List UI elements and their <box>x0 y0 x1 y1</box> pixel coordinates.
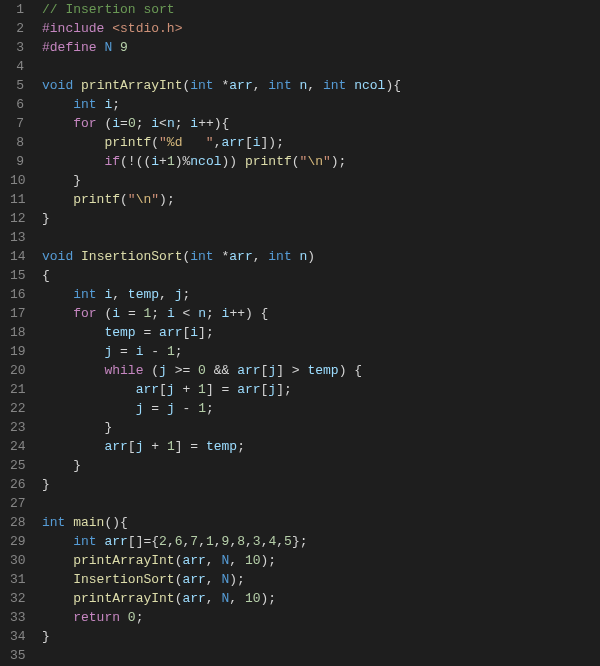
code-line[interactable]: int main(){ <box>42 513 600 532</box>
line-number: 2 <box>10 19 24 38</box>
line-number: 18 <box>10 323 24 342</box>
line-number: 32 <box>10 589 24 608</box>
line-number: 34 <box>10 627 24 646</box>
line-number: 28 <box>10 513 24 532</box>
code-line[interactable]: return 0; <box>42 608 600 627</box>
code-line[interactable]: } <box>42 475 600 494</box>
line-number: 26 <box>10 475 24 494</box>
line-number: 35 <box>10 646 24 665</box>
line-number: 10 <box>10 171 24 190</box>
code-line[interactable]: printArrayInt(arr, N, 10); <box>42 551 600 570</box>
code-line[interactable]: printf("\n"); <box>42 190 600 209</box>
line-number-gutter: 1234567891011121314151617181920212223242… <box>0 0 38 666</box>
line-number: 13 <box>10 228 24 247</box>
code-line[interactable]: } <box>42 418 600 437</box>
code-line[interactable]: #include <stdio.h> <box>42 19 600 38</box>
line-number: 8 <box>10 133 24 152</box>
code-line[interactable]: arr[j + 1] = temp; <box>42 437 600 456</box>
code-line[interactable]: InsertionSort(arr, N); <box>42 570 600 589</box>
code-editor-content[interactable]: // Insertion sort#include <stdio.h>#defi… <box>38 0 600 666</box>
line-number: 4 <box>10 57 24 76</box>
code-line[interactable]: } <box>42 209 600 228</box>
code-line[interactable]: void InsertionSort(int *arr, int n) <box>42 247 600 266</box>
line-number: 15 <box>10 266 24 285</box>
line-number: 11 <box>10 190 24 209</box>
code-line[interactable] <box>42 228 600 247</box>
code-line[interactable]: printArrayInt(arr, N, 10); <box>42 589 600 608</box>
code-line[interactable]: arr[j + 1] = arr[j]; <box>42 380 600 399</box>
code-line[interactable]: void printArrayInt(int *arr, int n, int … <box>42 76 600 95</box>
code-line[interactable]: int i; <box>42 95 600 114</box>
code-line[interactable]: for (i = 1; i < n; i++) { <box>42 304 600 323</box>
code-line[interactable]: #define N 9 <box>42 38 600 57</box>
line-number: 5 <box>10 76 24 95</box>
line-number: 16 <box>10 285 24 304</box>
line-number: 6 <box>10 95 24 114</box>
line-number: 21 <box>10 380 24 399</box>
code-line[interactable]: if(!((i+1)%ncol)) printf("\n"); <box>42 152 600 171</box>
line-number: 22 <box>10 399 24 418</box>
line-number: 9 <box>10 152 24 171</box>
line-number: 19 <box>10 342 24 361</box>
code-line[interactable]: } <box>42 627 600 646</box>
code-line[interactable]: while (j >= 0 && arr[j] > temp) { <box>42 361 600 380</box>
line-number: 25 <box>10 456 24 475</box>
code-line[interactable]: printf("%d ",arr[i]); <box>42 133 600 152</box>
line-number: 30 <box>10 551 24 570</box>
line-number: 24 <box>10 437 24 456</box>
line-number: 23 <box>10 418 24 437</box>
code-line[interactable] <box>42 646 600 665</box>
code-line[interactable]: j = j - 1; <box>42 399 600 418</box>
code-line[interactable] <box>42 57 600 76</box>
code-line[interactable]: } <box>42 171 600 190</box>
code-line[interactable]: temp = arr[i]; <box>42 323 600 342</box>
line-number: 20 <box>10 361 24 380</box>
line-number: 3 <box>10 38 24 57</box>
line-number: 1 <box>10 0 24 19</box>
code-line[interactable]: int i, temp, j; <box>42 285 600 304</box>
code-line[interactable]: { <box>42 266 600 285</box>
code-line[interactable]: // Insertion sort <box>42 0 600 19</box>
line-number: 17 <box>10 304 24 323</box>
code-line[interactable]: } <box>42 456 600 475</box>
line-number: 33 <box>10 608 24 627</box>
code-line[interactable]: int arr[]={2,6,7,1,9,8,3,4,5}; <box>42 532 600 551</box>
line-number: 14 <box>10 247 24 266</box>
code-line[interactable]: for (i=0; i<n; i++){ <box>42 114 600 133</box>
code-line[interactable]: j = i - 1; <box>42 342 600 361</box>
code-line[interactable] <box>42 494 600 513</box>
line-number: 12 <box>10 209 24 228</box>
line-number: 7 <box>10 114 24 133</box>
line-number: 29 <box>10 532 24 551</box>
line-number: 31 <box>10 570 24 589</box>
line-number: 27 <box>10 494 24 513</box>
